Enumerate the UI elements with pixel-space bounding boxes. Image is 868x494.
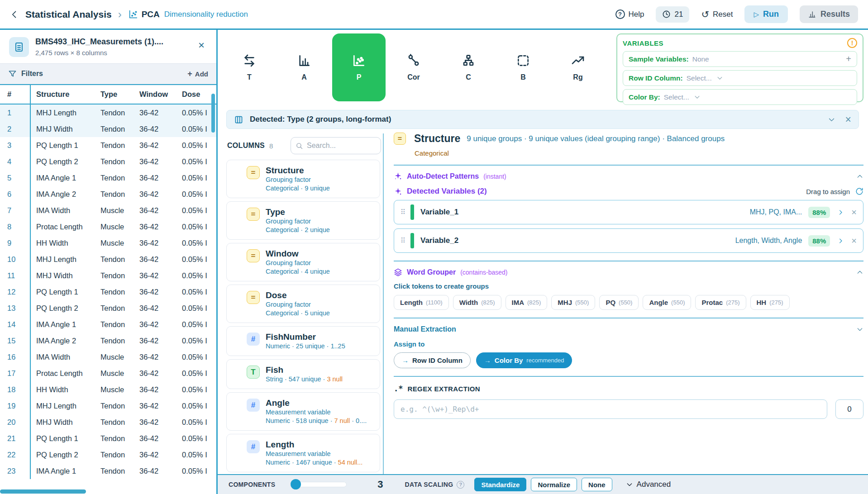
column-card[interactable]: = Type Grouping factor Categorical · 2 u… [226, 201, 380, 240]
row-id-column-row[interactable]: Row ID Column: Select... [623, 70, 857, 86]
word-token[interactable]: HH (275) [750, 295, 790, 310]
filters-bar[interactable]: Filters + Add [0, 63, 216, 84]
drag-handle-icon[interactable]: ⠿ [401, 208, 405, 216]
word-token[interactable]: PQ (550) [599, 295, 639, 310]
table-row[interactable]: 7 IMA Width Muscle 36-42 0.05% I [0, 202, 216, 218]
reset-button[interactable]: ↺ Reset [701, 9, 733, 20]
table-row[interactable]: 13 PQ Length 2 Tendon 36-42 0.05% I [0, 300, 216, 316]
table-row[interactable]: 15 IMA Angle 2 Tendon 36-42 0.05% I [0, 332, 216, 349]
chevron-down-icon[interactable] [716, 75, 723, 81]
column-card[interactable]: T Fish String · 547 unique · 3 null [226, 359, 380, 389]
cell-structure: IMA Angle 1 [31, 174, 100, 182]
breadcrumb-title[interactable]: Statistical Analysis [25, 9, 112, 20]
table-row[interactable]: 22 PQ Length 2 Tendon 36-42 0.05% I [0, 446, 216, 463]
module-tab-rg[interactable]: Rg [551, 33, 605, 101]
table-row[interactable]: 1 MHJ Length Tendon 36-42 0.05% I [0, 104, 216, 121]
scaling-option-button[interactable]: Standardize [474, 478, 526, 491]
module-tab-cor[interactable]: Cor [387, 33, 440, 101]
word-token[interactable]: Length (1100) [394, 295, 449, 310]
assign-row-id-button[interactable]: → Row ID Column [394, 352, 471, 368]
module-tab-p[interactable]: P [332, 33, 386, 101]
column-card[interactable]: # FishNumber Numeric · 25 unique · 1..25 [226, 326, 380, 356]
table-row[interactable]: 4 PQ Length 2 Tendon 36-42 0.05% I [0, 153, 216, 170]
assign-color-by-button[interactable]: → Color By recommended [476, 352, 572, 368]
run-button[interactable]: ▷ Run [744, 5, 788, 23]
expand-chevron-down[interactable] [856, 326, 863, 333]
detected-banner: Detected: Type (2 groups, long-format) × [226, 110, 859, 129]
module-tab-b[interactable]: B [496, 33, 550, 101]
table-row[interactable]: 6 IMA Angle 2 Tendon 36-42 0.05% I [0, 186, 216, 202]
remove-variable-icon[interactable]: × [851, 207, 857, 218]
table-row[interactable]: 17 Protac Length Muscle 36-42 0.05% I [0, 365, 216, 381]
close-dataset-button[interactable]: × [198, 40, 205, 51]
refresh-icon[interactable] [855, 187, 863, 195]
remove-variable-icon[interactable]: × [851, 236, 857, 246]
components-slider[interactable] [290, 482, 347, 487]
column-card[interactable]: = Window Grouping factor Categorical · 4… [226, 243, 380, 281]
table-row[interactable]: 10 MHJ Length Tendon 36-42 0.05% I [0, 251, 216, 267]
expand-chevron-right[interactable] [837, 238, 844, 244]
table-row[interactable]: 9 HH Width Muscle 36-42 0.05% I [0, 235, 216, 251]
scaling-option-button[interactable]: Normalize [531, 478, 577, 491]
regex-pattern-input[interactable] [394, 399, 827, 419]
timer-button[interactable]: 21 [656, 6, 689, 23]
detected-variable-card[interactable]: ⠿ Variable_2 Length, Width, Angle 88% × [394, 228, 863, 253]
word-token[interactable]: IMA (825) [506, 295, 548, 310]
table-row[interactable]: 16 IMA Width Muscle 36-42 0.05% I [0, 349, 216, 365]
table-row[interactable]: 23 IMA Angle 1 Tendon 36-42 0.05% I [0, 463, 216, 479]
chevron-down-icon[interactable] [694, 94, 701, 100]
word-token[interactable]: Width (825) [453, 295, 501, 310]
help-button[interactable]: ? Help [615, 10, 644, 19]
table-row[interactable]: 21 PQ Length 1 Tendon 36-42 0.05% I [0, 430, 216, 446]
module-tab-t[interactable]: T [223, 33, 276, 101]
add-sample-variable-icon[interactable]: + [846, 54, 851, 64]
column-card[interactable]: = Dose Grouping factor Categorical · 5 u… [226, 285, 380, 323]
module-tab-c[interactable]: C [442, 33, 495, 101]
advanced-toggle[interactable]: Advanced [626, 480, 671, 489]
column-card[interactable]: # Angle Measurement variable Numeric · 5… [226, 392, 380, 431]
column-card[interactable]: # Length Measurement variable Numeric · … [226, 434, 380, 472]
horizontal-scrollbar[interactable] [0, 489, 86, 494]
table-header-row: # Structure Type Window Dose [0, 84, 216, 104]
word-token[interactable]: Angle (550) [643, 295, 691, 310]
module-tab-a[interactable]: A [277, 33, 331, 101]
variables-panel-header: VARIABLES ! [623, 38, 857, 48]
table-row[interactable]: 11 MHJ Width Tendon 36-42 0.05% I [0, 267, 216, 284]
table-row[interactable]: 12 PQ Length 1 Tendon 36-42 0.05% I [0, 284, 216, 300]
collapse-chevron-up[interactable] [856, 269, 863, 276]
scaling-help-icon[interactable]: ? [457, 481, 464, 489]
sample-variables-row[interactable]: Sample Variables: None + [623, 51, 857, 67]
back-button[interactable] [10, 10, 19, 19]
table-row[interactable]: 8 Protac Length Muscle 36-42 0.05% I [0, 218, 216, 235]
table-row[interactable]: 14 IMA Angle 1 Tendon 36-42 0.05% I [0, 316, 216, 332]
table-row[interactable]: 20 MHJ Width Tendon 36-42 0.05% I [0, 414, 216, 430]
assign-to-label: Assign to [394, 340, 863, 348]
vertical-scrollbar[interactable] [211, 94, 215, 133]
table-row[interactable]: 5 IMA Angle 1 Tendon 36-42 0.05% I [0, 170, 216, 186]
word-token[interactable]: Protac (275) [695, 295, 746, 310]
column-card[interactable]: = Structure Grouping factor Categorical … [226, 160, 380, 198]
row-index: 7 [0, 202, 31, 218]
results-button[interactable]: Results [800, 5, 858, 23]
table-row[interactable]: 2 MHJ Width Tendon 36-42 0.05% I [0, 121, 216, 137]
banner-close-icon[interactable]: × [845, 114, 851, 125]
table-row[interactable]: 19 MHJ Length Tendon 36-42 0.05% I [0, 398, 216, 414]
table-row[interactable]: 18 HH Width Muscle 36-42 0.05% I [0, 381, 216, 398]
collapse-chevron-up[interactable] [856, 173, 863, 180]
scaling-option-button[interactable]: None [582, 478, 612, 491]
word-token[interactable]: MHJ (550) [551, 295, 595, 310]
color-by-row[interactable]: Color By: Select... [623, 89, 857, 105]
row-index: 2 [0, 121, 31, 137]
banner-expand-chevron[interactable] [828, 116, 835, 124]
analysis-settings-bar: COMPONENTS 3 DATA SCALING ? Standardize … [218, 474, 868, 494]
expand-chevron-right[interactable] [837, 209, 844, 216]
token-word: Length [400, 299, 423, 306]
detected-variable-card[interactable]: ⠿ Variable_1 MHJ, PQ, IMA... 88% × [394, 200, 863, 224]
column-search-input[interactable] [307, 142, 370, 150]
help-icon: ? [615, 10, 625, 19]
token-list: Length (1100) Width (825) IMA (825) MHJ … [394, 295, 863, 310]
slider-thumb[interactable] [291, 479, 301, 489]
drag-handle-icon[interactable]: ⠿ [401, 237, 405, 245]
add-filter-button[interactable]: + Add [187, 69, 208, 79]
table-row[interactable]: 3 PQ Length 1 Tendon 36-42 0.05% I [0, 137, 216, 153]
